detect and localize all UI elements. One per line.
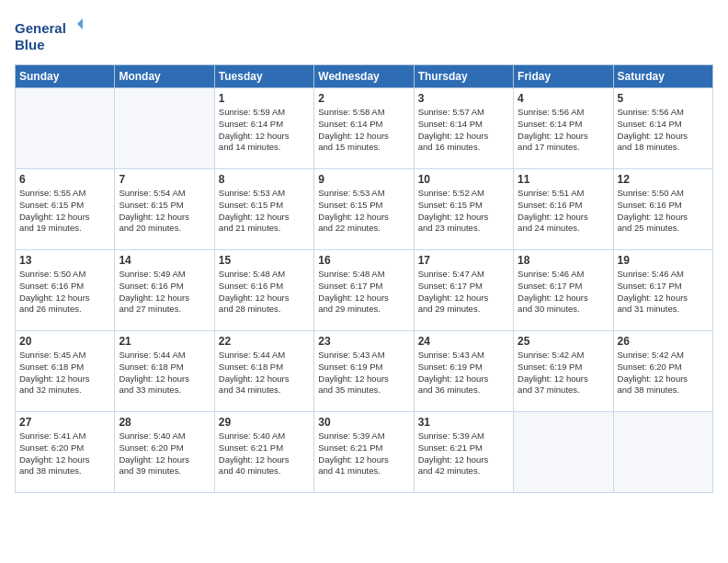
day-info: Sunrise: 5:53 AM Sunset: 6:15 PM Dayligh…: [219, 188, 310, 235]
day-info: Sunrise: 5:46 AM Sunset: 6:17 PM Dayligh…: [518, 269, 609, 316]
svg-text:General: General: [15, 20, 66, 36]
day-number: 1: [219, 92, 310, 105]
day-number: 29: [219, 416, 310, 429]
day-info: Sunrise: 5:57 AM Sunset: 6:14 PM Dayligh…: [418, 107, 509, 154]
day-number: 4: [518, 92, 609, 105]
day-number: 21: [119, 335, 210, 348]
day-info: Sunrise: 5:49 AM Sunset: 6:16 PM Dayligh…: [119, 269, 210, 316]
calendar-cell: 7Sunrise: 5:54 AM Sunset: 6:15 PM Daylig…: [115, 169, 214, 250]
day-info: Sunrise: 5:50 AM Sunset: 6:16 PM Dayligh…: [618, 188, 709, 235]
day-info: Sunrise: 5:44 AM Sunset: 6:18 PM Dayligh…: [219, 350, 310, 396]
calendar-cell: 8Sunrise: 5:53 AM Sunset: 6:15 PM Daylig…: [214, 169, 313, 250]
day-info: Sunrise: 5:48 AM Sunset: 6:16 PM Dayligh…: [219, 269, 310, 316]
day-number: 23: [318, 335, 409, 348]
calendar-cell: 23Sunrise: 5:43 AM Sunset: 6:19 PM Dayli…: [314, 331, 414, 412]
calendar-cell: 4Sunrise: 5:56 AM Sunset: 6:14 PM Daylig…: [514, 88, 613, 169]
day-number: 25: [518, 335, 609, 348]
calendar-cell: 9Sunrise: 5:53 AM Sunset: 6:15 PM Daylig…: [314, 169, 414, 250]
day-info: Sunrise: 5:55 AM Sunset: 6:15 PM Dayligh…: [19, 188, 110, 235]
day-info: Sunrise: 5:48 AM Sunset: 6:17 PM Dayligh…: [318, 269, 409, 316]
day-number: 13: [19, 254, 110, 267]
day-info: Sunrise: 5:50 AM Sunset: 6:16 PM Dayligh…: [19, 269, 110, 316]
day-info: Sunrise: 5:59 AM Sunset: 6:14 PM Dayligh…: [219, 107, 310, 154]
weekday-header-wednesday: Wednesday: [314, 65, 414, 88]
calendar-cell: 30Sunrise: 5:39 AM Sunset: 6:21 PM Dayli…: [314, 412, 414, 493]
day-number: 12: [618, 173, 709, 186]
calendar-cell: 11Sunrise: 5:51 AM Sunset: 6:16 PM Dayli…: [514, 169, 613, 250]
day-info: Sunrise: 5:56 AM Sunset: 6:14 PM Dayligh…: [518, 107, 609, 154]
day-info: Sunrise: 5:40 AM Sunset: 6:20 PM Dayligh…: [119, 431, 210, 477]
weekday-header-thursday: Thursday: [414, 65, 513, 88]
day-info: Sunrise: 5:52 AM Sunset: 6:15 PM Dayligh…: [418, 188, 509, 235]
day-number: 17: [418, 254, 509, 267]
calendar-cell: 13Sunrise: 5:50 AM Sunset: 6:16 PM Dayli…: [16, 250, 115, 331]
calendar-cell: [115, 88, 214, 169]
day-number: 11: [518, 173, 609, 186]
day-number: 20: [19, 335, 110, 348]
day-number: 15: [219, 254, 310, 267]
calendar-week-2: 6Sunrise: 5:55 AM Sunset: 6:15 PM Daylig…: [16, 169, 713, 250]
day-number: 10: [418, 173, 509, 186]
calendar-cell: 18Sunrise: 5:46 AM Sunset: 6:17 PM Dayli…: [514, 250, 613, 331]
calendar-cell: 12Sunrise: 5:50 AM Sunset: 6:16 PM Dayli…: [613, 169, 712, 250]
calendar-week-3: 13Sunrise: 5:50 AM Sunset: 6:16 PM Dayli…: [16, 250, 713, 331]
day-info: Sunrise: 5:42 AM Sunset: 6:20 PM Dayligh…: [618, 350, 709, 396]
calendar-cell: 16Sunrise: 5:48 AM Sunset: 6:17 PM Dayli…: [314, 250, 414, 331]
calendar-cell: 15Sunrise: 5:48 AM Sunset: 6:16 PM Dayli…: [214, 250, 313, 331]
page-header: General Blue: [15, 15, 713, 55]
weekday-header-saturday: Saturday: [613, 65, 712, 88]
calendar-cell: 25Sunrise: 5:42 AM Sunset: 6:19 PM Dayli…: [514, 331, 613, 412]
day-number: 9: [318, 173, 409, 186]
day-info: Sunrise: 5:42 AM Sunset: 6:19 PM Dayligh…: [518, 350, 609, 396]
calendar-cell: [16, 88, 115, 169]
weekday-header-friday: Friday: [514, 65, 613, 88]
calendar-cell: 31Sunrise: 5:39 AM Sunset: 6:21 PM Dayli…: [414, 412, 513, 493]
calendar-cell: 2Sunrise: 5:58 AM Sunset: 6:14 PM Daylig…: [314, 88, 414, 169]
calendar-week-1: 1Sunrise: 5:59 AM Sunset: 6:14 PM Daylig…: [16, 88, 713, 169]
calendar-cell: 21Sunrise: 5:44 AM Sunset: 6:18 PM Dayli…: [115, 331, 214, 412]
day-number: 24: [418, 335, 509, 348]
calendar-table: SundayMondayTuesdayWednesdayThursdayFrid…: [15, 64, 713, 493]
day-number: 22: [219, 335, 310, 348]
calendar-week-5: 27Sunrise: 5:41 AM Sunset: 6:20 PM Dayli…: [16, 412, 713, 493]
calendar-cell: 29Sunrise: 5:40 AM Sunset: 6:21 PM Dayli…: [214, 412, 313, 493]
day-number: 31: [418, 416, 509, 429]
calendar-week-4: 20Sunrise: 5:45 AM Sunset: 6:18 PM Dayli…: [16, 331, 713, 412]
day-info: Sunrise: 5:39 AM Sunset: 6:21 PM Dayligh…: [318, 431, 409, 477]
day-info: Sunrise: 5:43 AM Sunset: 6:19 PM Dayligh…: [318, 350, 409, 396]
day-info: Sunrise: 5:54 AM Sunset: 6:15 PM Dayligh…: [119, 188, 210, 235]
day-number: 8: [219, 173, 310, 186]
svg-marker-3: [77, 18, 83, 29]
day-number: 2: [318, 92, 409, 105]
day-number: 6: [19, 173, 110, 186]
day-info: Sunrise: 5:46 AM Sunset: 6:17 PM Dayligh…: [618, 269, 709, 316]
calendar-cell: 1Sunrise: 5:59 AM Sunset: 6:14 PM Daylig…: [214, 88, 313, 169]
day-number: 14: [119, 254, 210, 267]
day-info: Sunrise: 5:40 AM Sunset: 6:21 PM Dayligh…: [219, 431, 310, 477]
day-number: 7: [119, 173, 210, 186]
day-number: 3: [418, 92, 509, 105]
calendar-cell: [613, 412, 712, 493]
calendar-cell: 10Sunrise: 5:52 AM Sunset: 6:15 PM Dayli…: [414, 169, 513, 250]
day-info: Sunrise: 5:39 AM Sunset: 6:21 PM Dayligh…: [418, 431, 509, 477]
calendar-cell: 5Sunrise: 5:56 AM Sunset: 6:14 PM Daylig…: [613, 88, 712, 169]
day-number: 28: [119, 416, 210, 429]
day-number: 27: [19, 416, 110, 429]
svg-text:Blue: Blue: [15, 37, 45, 52]
calendar-cell: 27Sunrise: 5:41 AM Sunset: 6:20 PM Dayli…: [16, 412, 115, 493]
day-info: Sunrise: 5:53 AM Sunset: 6:15 PM Dayligh…: [318, 188, 409, 235]
calendar-cell: 24Sunrise: 5:43 AM Sunset: 6:19 PM Dayli…: [414, 331, 513, 412]
day-info: Sunrise: 5:44 AM Sunset: 6:18 PM Dayligh…: [119, 350, 210, 396]
calendar-cell: 22Sunrise: 5:44 AM Sunset: 6:18 PM Dayli…: [214, 331, 313, 412]
calendar-cell: 17Sunrise: 5:47 AM Sunset: 6:17 PM Dayli…: [414, 250, 513, 331]
weekday-header-row: SundayMondayTuesdayWednesdayThursdayFrid…: [16, 65, 713, 88]
logo-svg: General Blue: [15, 15, 88, 55]
calendar-cell: 26Sunrise: 5:42 AM Sunset: 6:20 PM Dayli…: [613, 331, 712, 412]
calendar-cell: 20Sunrise: 5:45 AM Sunset: 6:18 PM Dayli…: [16, 331, 115, 412]
logo: General Blue: [15, 15, 88, 55]
day-number: 16: [318, 254, 409, 267]
calendar-cell: 14Sunrise: 5:49 AM Sunset: 6:16 PM Dayli…: [115, 250, 214, 331]
day-number: 18: [518, 254, 609, 267]
weekday-header-tuesday: Tuesday: [214, 65, 313, 88]
weekday-header-sunday: Sunday: [16, 65, 115, 88]
